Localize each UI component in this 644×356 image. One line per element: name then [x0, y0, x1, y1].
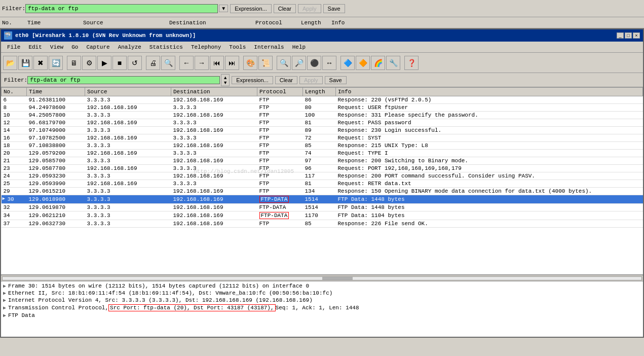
table-row[interactable]: 1296.68179700192.168.168.1693.3.3.3FTP81… — [2, 119, 643, 127]
tb-help[interactable]: ❓ — [404, 56, 419, 70]
tb-zoom-normal[interactable]: ⚫ — [307, 56, 321, 70]
col-protocol: Protocol — [255, 20, 301, 26]
tb-display-filters[interactable]: 🔶 — [356, 56, 370, 70]
window-controls: _ □ × — [617, 32, 640, 39]
menu-go[interactable]: Go — [67, 44, 82, 51]
col-source: Source — [83, 20, 169, 26]
detail-row-frame[interactable]: ▶ Frame 30: 1514 bytes on wire (12112 bi… — [3, 282, 641, 290]
scrollbar-track[interactable] — [2, 276, 642, 280]
minimize-button[interactable]: _ — [617, 32, 624, 39]
ftpdata-arrow: ▶ — [3, 312, 6, 318]
menu-tools[interactable]: Tools — [225, 44, 250, 51]
menu-edit[interactable]: Edit — [24, 44, 46, 51]
tb-next[interactable]: → — [195, 56, 209, 70]
th-length[interactable]: Length — [303, 88, 336, 96]
selected-row-arrow: ▶ — [3, 196, 5, 201]
table-row[interactable]: 25129.0593990192.168.168.1693.3.3.3FTP81… — [2, 180, 643, 188]
menu-file[interactable]: File — [3, 44, 24, 51]
tb-close[interactable]: ✖ — [33, 56, 48, 70]
tb-prev[interactable]: ← — [179, 56, 194, 70]
th-no[interactable]: No. — [2, 88, 27, 96]
top-expression-btn[interactable]: Expression... — [230, 4, 272, 13]
table-row[interactable]: 1897.108388003.3.3.3192.168.168.169FTP85… — [2, 142, 643, 150]
tb-colorize-rules[interactable]: 🌈 — [371, 56, 385, 70]
table-row[interactable]: 24129.05932303.3.3.3192.168.168.169FTP11… — [2, 172, 643, 180]
close-button[interactable]: × — [633, 32, 640, 39]
table-row[interactable]: 1094.250578003.3.3.3192.168.168.169FTP10… — [2, 112, 643, 119]
tb-capture-restart[interactable]: ↺ — [128, 56, 142, 70]
tcp-highlight: Src Port: ftp-data (20), Dst Port: 43187… — [108, 304, 275, 311]
top-save-btn[interactable]: Save — [323, 4, 345, 13]
table-row[interactable]: 37129.06327303.3.3.3192.168.168.169FTP85… — [2, 220, 643, 228]
table-row[interactable]: 29129.06152103.3.3.3192.168.168.169FTP13… — [2, 188, 643, 195]
table-row[interactable]: ▶30129.06189803.3.3.3192.168.168.169FTP-… — [2, 195, 643, 204]
inner-save-btn[interactable]: Save — [325, 76, 347, 84]
maximize-button[interactable]: □ — [625, 32, 632, 39]
tb-go-first[interactable]: ⏮ — [210, 56, 224, 70]
menu-capture[interactable]: Capture — [82, 44, 113, 51]
tb-go-last[interactable]: ⏭ — [225, 56, 239, 70]
table-row[interactable]: 1497.107490003.3.3.3192.168.168.169FTP89… — [2, 127, 643, 134]
ftpdata-text: FTP Data — [8, 312, 35, 318]
tcp-text-before: Transmission Control Protocol, — [8, 305, 108, 311]
top-filter-arrow[interactable]: ▼ — [219, 5, 228, 12]
tcp-arrow: ▶ — [3, 305, 6, 311]
top-apply-btn[interactable]: Apply — [298, 4, 321, 13]
col-destination: Destination — [169, 20, 255, 26]
tb-open[interactable]: 📂 — [3, 56, 17, 70]
tb-find[interactable]: 🔍 — [161, 56, 175, 70]
tb-capture-start[interactable]: ▶ — [97, 56, 111, 70]
detail-row-ethernet[interactable]: ▶ Ethernet II, Src: 18:b1:69:11:4f:54 (1… — [3, 290, 641, 297]
tb-capture-stop[interactable]: ■ — [112, 56, 127, 70]
menu-analyze[interactable]: Analyze — [114, 44, 145, 51]
tcp-text-after: Seq: 1, Ack: 1, Len: 1448 — [276, 305, 359, 311]
inner-apply-btn[interactable]: Apply — [299, 76, 323, 84]
table-row[interactable]: 21129.05857003.3.3.3192.168.168.169FTP97… — [2, 157, 643, 165]
top-clear-btn[interactable]: Clear — [274, 4, 296, 13]
th-source[interactable]: Source — [85, 88, 171, 96]
inner-filter-arrow[interactable]: ▲▼ — [221, 74, 230, 86]
th-destination[interactable]: Destination — [171, 88, 257, 96]
menu-help[interactable]: Help — [288, 44, 310, 51]
menu-telephony[interactable]: Telephony — [187, 44, 225, 51]
table-row[interactable]: 1697.10782500192.168.168.1693.3.3.3FTP72… — [2, 134, 643, 142]
ip-text: Internet Protocol Version 4, Src: 3.3.3.… — [8, 297, 313, 303]
tb-reload[interactable]: 🔄 — [49, 56, 63, 70]
detail-row-ip[interactable]: ▶ Internet Protocol Version 4, Src: 3.3.… — [3, 297, 641, 304]
table-row[interactable]: 691.263811003.3.3.3192.168.168.169FTP86R… — [2, 96, 643, 104]
table-row[interactable]: 894.24978600192.168.168.1693.3.3.3FTP80R… — [2, 104, 643, 112]
tb-save[interactable]: 💾 — [18, 56, 32, 70]
menu-view[interactable]: View — [46, 44, 67, 51]
tb-capture-options[interactable]: ⚙ — [82, 56, 96, 70]
frame-text: Frame 30: 1514 bytes on wire (12112 bits… — [8, 283, 309, 289]
table-row[interactable]: 34129.06212103.3.3.3192.168.168.169FTP-D… — [2, 211, 643, 220]
h-scrollbar[interactable] — [1, 275, 643, 281]
table-row[interactable]: 23129.0587780192.168.168.1693.3.3.3FTP96… — [2, 165, 643, 172]
tb-colorize[interactable]: 🎨 — [243, 56, 257, 70]
tb-capture-filters[interactable]: 🔷 — [340, 56, 355, 70]
th-info[interactable]: Info — [336, 88, 643, 96]
inner-filter-bar: Filter: ▲▼ Expression... Clear Apply Sav… — [1, 73, 643, 87]
inner-filter-input[interactable] — [27, 76, 220, 84]
tb-print[interactable]: 🖨 — [146, 56, 160, 70]
inner-clear-btn[interactable]: Clear — [275, 76, 297, 84]
tb-resize-cols[interactable]: ↔ — [322, 56, 336, 70]
scrollbar-thumb[interactable] — [322, 277, 353, 280]
table-row[interactable]: 32129.06198703.3.3.3192.168.168.169FTP-D… — [2, 204, 643, 211]
detail-row-tcp[interactable]: ▶ Transmission Control Protocol, Src Por… — [3, 304, 641, 312]
tb-zoom-in[interactable]: 🔍 — [277, 56, 291, 70]
detail-row-ftpdata[interactable]: ▶ FTP Data — [3, 312, 641, 319]
tb-zoom-out[interactable]: 🔎 — [292, 56, 306, 70]
th-protocol[interactable]: Protocol — [257, 88, 303, 96]
th-time[interactable]: Time — [27, 88, 85, 96]
menu-internals[interactable]: Internals — [250, 44, 288, 51]
inner-expression-btn[interactable]: Expression... — [232, 76, 273, 84]
tb-auto-scroll[interactable]: 📜 — [258, 56, 273, 70]
tb-prefs[interactable]: 🔧 — [386, 56, 400, 70]
menu-statistics[interactable]: Statistics — [145, 44, 187, 51]
table-row[interactable]: 20129.0579200192.168.168.1693.3.3.3FTP74… — [2, 150, 643, 157]
inner-filter-label: Filter: — [4, 77, 27, 83]
tb-capture-iface[interactable]: 🖥 — [67, 56, 81, 70]
window-title: eth0 [Wireshark 1.8.10 (SVN Rev Unknown … — [15, 32, 617, 39]
top-filter-input[interactable] — [25, 4, 218, 13]
